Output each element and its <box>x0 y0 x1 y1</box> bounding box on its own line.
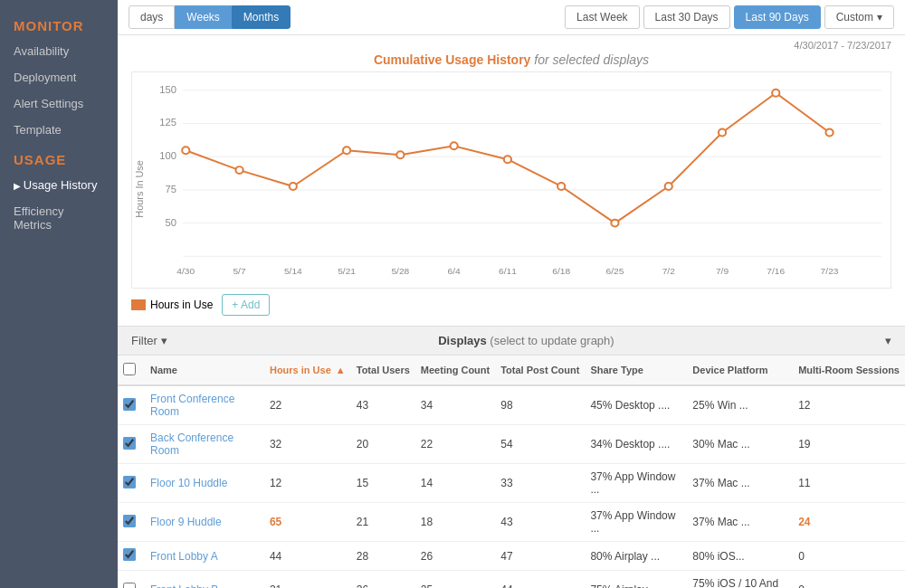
period-buttons: days Weeks Months <box>129 5 291 29</box>
svg-point-28 <box>343 147 350 154</box>
svg-text:Hours In Use: Hours In Use <box>134 160 145 218</box>
main-content: days Weeks Months Last Week Last 30 Days… <box>118 0 905 588</box>
displays-section: Filter ▾ Displays (select to update grap… <box>118 326 905 588</box>
row-share: 80% Airplay ... <box>585 542 687 571</box>
row-name[interactable]: Back Conference Room <box>145 425 264 464</box>
row-meetings: 34 <box>415 385 495 425</box>
row-users: 26 <box>351 571 415 589</box>
svg-text:125: 125 <box>159 118 176 128</box>
sidebar-item-usage-history[interactable]: Usage History <box>0 172 118 198</box>
period-months-button[interactable]: Months <box>232 5 291 29</box>
row-meetings: 26 <box>415 542 495 571</box>
table-row: Front Lobby B 31 26 25 44 75% Airplay ..… <box>118 571 905 589</box>
custom-range-button[interactable]: Custom ▾ <box>824 5 894 29</box>
row-posts: 47 <box>495 542 585 571</box>
sort-arrow-up: ▲ <box>336 365 346 375</box>
th-select-all[interactable] <box>118 356 145 385</box>
chart-title-highlight: Cumulative Usage History <box>374 52 531 67</box>
row-multiroom: 12 <box>793 385 905 425</box>
row-name[interactable]: Floor 9 Huddle <box>145 503 264 542</box>
row-checkbox[interactable] <box>123 583 136 589</box>
row-meetings: 22 <box>415 425 495 464</box>
row-multiroom: 11 <box>793 464 905 503</box>
legend-hours-in-use: Hours in Use <box>131 299 213 311</box>
svg-text:6/25: 6/25 <box>606 266 624 276</box>
row-checkbox-cell[interactable] <box>118 464 145 503</box>
toolbar: days Weeks Months Last Week Last 30 Days… <box>118 0 905 35</box>
period-weeks-button[interactable]: Weeks <box>175 5 231 29</box>
row-posts: 43 <box>495 503 585 542</box>
range-buttons: Last Week Last 30 Days Last 90 Days Cust… <box>565 5 894 29</box>
select-all-checkbox[interactable] <box>123 363 136 375</box>
row-checkbox[interactable] <box>123 548 136 561</box>
svg-point-37 <box>825 128 833 136</box>
table-row: Floor 9 Huddle 65 21 18 43 37% App Windo… <box>118 503 905 542</box>
sidebar-item-efficiency-metrics[interactable]: Efficiency Metrics <box>0 198 118 238</box>
row-hours: 31 <box>264 571 351 589</box>
svg-point-29 <box>396 151 404 158</box>
sidebar-item-deployment[interactable]: Deployment <box>0 64 118 90</box>
row-checkbox-cell[interactable] <box>118 503 145 542</box>
range-last-week-button[interactable]: Last Week <box>565 5 639 29</box>
collapse-button[interactable]: ▾ <box>885 334 891 347</box>
th-users: Total Users <box>351 356 415 385</box>
range-last-30-button[interactable]: Last 30 Days <box>643 5 730 29</box>
row-meetings: 14 <box>415 464 495 503</box>
th-meetings: Meeting Count <box>415 356 495 385</box>
add-series-button[interactable]: + Add <box>222 294 270 316</box>
table-scroll[interactable]: Name Hours in Use ▲ Total Users Meeting … <box>118 356 905 588</box>
chevron-down-icon: ▾ <box>877 11 882 24</box>
row-multiroom: 24 <box>793 503 905 542</box>
th-hours[interactable]: Hours in Use ▲ <box>264 356 351 385</box>
row-name[interactable]: Floor 10 Huddle <box>145 464 264 503</box>
svg-text:5/28: 5/28 <box>391 266 409 276</box>
svg-text:5/14: 5/14 <box>284 266 302 276</box>
sidebar-item-alert-settings[interactable]: Alert Settings <box>0 90 118 117</box>
row-name[interactable]: Front Lobby A <box>145 542 264 571</box>
row-checkbox-cell[interactable] <box>118 571 145 589</box>
row-checkbox[interactable] <box>123 398 136 411</box>
row-checkbox-cell[interactable] <box>118 542 145 571</box>
svg-text:50: 50 <box>166 217 176 228</box>
chart-title: Cumulative Usage History for selected di… <box>131 52 891 67</box>
row-meetings: 25 <box>415 571 495 589</box>
row-checkbox[interactable] <box>123 437 136 450</box>
row-hours: 22 <box>264 385 351 425</box>
svg-point-26 <box>235 166 243 174</box>
svg-point-32 <box>557 183 565 190</box>
row-meetings: 18 <box>415 503 495 542</box>
th-posts: Total Post Count <box>495 356 585 385</box>
svg-text:7/16: 7/16 <box>767 266 785 276</box>
legend-color <box>131 299 146 310</box>
chart-area: 150 125 100 75 50 Hours In Use 4/30 5/7 … <box>131 71 891 289</box>
row-checkbox[interactable] <box>123 476 136 488</box>
row-share: 45% Desktop .... <box>585 385 687 425</box>
filter-button[interactable]: Filter ▾ <box>131 334 167 347</box>
sidebar-item-availability[interactable]: Availability <box>0 38 118 64</box>
row-hours: 12 <box>264 464 351 503</box>
row-multiroom: 0 <box>793 542 905 571</box>
row-platform: 37% Mac ... <box>687 464 793 503</box>
displays-table: Name Hours in Use ▲ Total Users Meeting … <box>118 356 905 588</box>
chevron-down-icon: ▾ <box>161 334 167 347</box>
row-users: 15 <box>351 464 415 503</box>
row-checkbox[interactable] <box>123 515 136 527</box>
row-name[interactable]: Front Lobby B <box>145 571 264 589</box>
row-name[interactable]: Front Conference Room <box>145 385 264 425</box>
svg-point-33 <box>611 220 618 227</box>
range-last-90-button[interactable]: Last 90 Days <box>734 5 821 29</box>
svg-text:7/9: 7/9 <box>716 266 729 276</box>
svg-point-35 <box>719 128 726 136</box>
row-posts: 98 <box>495 385 585 425</box>
displays-header: Filter ▾ Displays (select to update grap… <box>118 326 905 356</box>
row-platform: 80% iOS... <box>687 542 793 571</box>
sidebar-item-template[interactable]: Template <box>0 117 118 143</box>
th-share: Share Type <box>585 356 687 385</box>
svg-point-34 <box>665 183 672 190</box>
period-days-button[interactable]: days <box>129 5 175 29</box>
svg-point-36 <box>772 90 779 97</box>
row-checkbox-cell[interactable] <box>118 385 145 425</box>
row-checkbox-cell[interactable] <box>118 425 145 464</box>
svg-text:150: 150 <box>159 84 176 95</box>
row-hours: 32 <box>264 425 351 464</box>
